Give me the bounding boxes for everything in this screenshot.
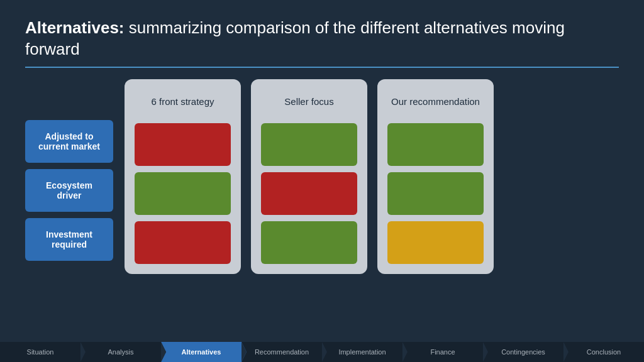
row-label-investment: Investment required [25,218,113,261]
box-six-front-3 [135,221,231,264]
column-header-six-front: 6 front strategy [151,88,214,116]
comparison-area: Adjusted to current market Ecosystem dri… [25,79,619,329]
row-label-adjusted: Adjusted to current market [25,120,113,163]
column-seller-focus: Seller focus [251,79,367,274]
row-label-ecosystem: Ecosystem driver [25,169,113,212]
column-our-recommendation: Our recommendation [377,79,494,274]
nav-item-analysis[interactable]: Analysis [80,342,161,362]
column-header-seller-focus: Seller focus [284,88,333,116]
title-divider [25,67,619,68]
slide-title: Alternatives: summarizing comparison of … [25,18,619,60]
box-six-front-1 [135,123,231,166]
nav-item-recommendation[interactable]: Recommendation [242,342,322,362]
main-content: Alternatives: summarizing comparison of … [0,0,644,342]
box-seller-focus-1 [261,123,357,166]
box-recommendation-1 [387,123,484,166]
nav-item-finance[interactable]: Finance [402,342,483,362]
box-recommendation-2 [387,172,484,215]
box-recommendation-3 [387,221,484,264]
box-six-front-2 [135,172,231,215]
nav-item-contingencies[interactable]: Contingencies [483,342,564,362]
nav-item-conclusion[interactable]: Conclusion [564,342,644,362]
box-seller-focus-3 [261,221,357,264]
nav-item-alternatives[interactable]: Alternatives [161,342,242,362]
column-header-our-recommendation: Our recommendation [391,88,480,116]
title-bold: Alternatives: [25,18,125,37]
title-area: Alternatives: summarizing comparison of … [25,18,619,60]
box-seller-focus-2 [261,172,357,215]
row-labels: Adjusted to current market Ecosystem dri… [25,120,113,261]
nav-item-situation[interactable]: Situation [0,342,80,362]
column-six-front: 6 front strategy [125,79,241,274]
bottom-nav: Situation Analysis Alternatives Recommen… [0,342,644,362]
nav-item-implementation[interactable]: Implementation [322,342,402,362]
